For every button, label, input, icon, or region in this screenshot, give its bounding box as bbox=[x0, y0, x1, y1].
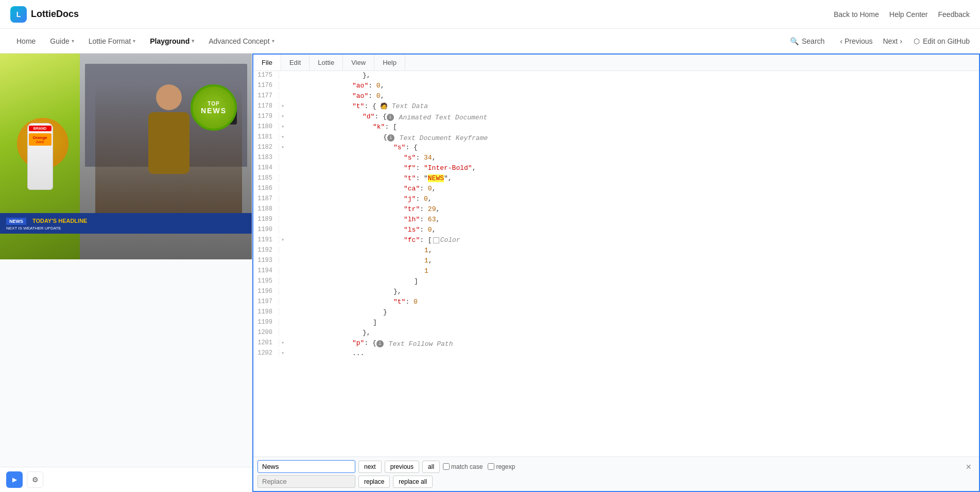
match-case-checkbox[interactable] bbox=[443, 463, 450, 470]
code-line: 1194 1 bbox=[253, 267, 979, 277]
feedback-link[interactable]: Feedback bbox=[938, 10, 970, 19]
search-replace-bar: next previous all match case regexp ✕ bbox=[253, 456, 979, 491]
main-content: BRAND Orange Juice bbox=[0, 54, 980, 492]
top-bar: L LottieDocs Back to Home Help Center Fe… bbox=[0, 0, 980, 29]
code-line: 1189 "lh": 63, bbox=[253, 215, 979, 225]
reporter-head bbox=[156, 84, 182, 110]
code-line: 1195 ] bbox=[253, 277, 979, 287]
brand-label: BRAND bbox=[29, 126, 51, 131]
code-line: 1184 "f": "Inter-Bold", bbox=[253, 164, 979, 174]
back-to-home-link[interactable]: Back to Home bbox=[834, 10, 879, 19]
nav-bar: Home Guide ▾ Lottie Format ▾ Playground … bbox=[0, 29, 980, 54]
logo[interactable]: L LottieDocs bbox=[10, 6, 79, 23]
code-line: 1193 1, bbox=[253, 256, 979, 267]
tab-edit[interactable]: Edit bbox=[281, 55, 310, 71]
nav-lottie-format[interactable]: Lottie Format ▾ bbox=[82, 34, 142, 48]
news-subtext: NEXT IS WEATHER UPDATE bbox=[6, 226, 246, 231]
code-line: 1188 "tr": 29, bbox=[253, 205, 979, 215]
code-line: 1175 }, bbox=[253, 71, 979, 81]
editor-tabs: File Edit Lottie View Help bbox=[253, 55, 979, 71]
regexp-checkbox[interactable] bbox=[488, 463, 494, 470]
match-case-label[interactable]: match case bbox=[443, 463, 483, 470]
preview-controls: ▶ ⚙ bbox=[0, 467, 252, 492]
next-button[interactable]: Next › bbox=[878, 35, 907, 47]
search-icon: 🔍 bbox=[790, 37, 799, 45]
guide-chevron: ▾ bbox=[72, 38, 74, 44]
nav-guide[interactable]: Guide ▾ bbox=[44, 34, 80, 48]
prev-next-nav: ‹ Previous Next › bbox=[835, 35, 907, 47]
code-line: 1181 ▾ {i Text Document Keyframe bbox=[253, 133, 979, 143]
top-bar-right: Back to Home Help Center Feedback bbox=[834, 10, 970, 19]
settings-button[interactable]: ⚙ bbox=[27, 471, 43, 488]
code-line: 1192 1, bbox=[253, 246, 979, 256]
replace-row: replace replace all bbox=[257, 475, 975, 488]
replace-input[interactable] bbox=[257, 475, 355, 488]
tab-help[interactable]: Help bbox=[374, 55, 405, 71]
code-line: 1185 "t": "NEWS", bbox=[253, 174, 979, 184]
news-scene: BRAND Orange Juice bbox=[0, 54, 252, 259]
all-matches-button[interactable]: all bbox=[422, 461, 440, 473]
replace-all-button[interactable]: replace all bbox=[393, 476, 433, 488]
code-line: 1200 }, bbox=[253, 328, 979, 339]
github-button[interactable]: ⬡ Edit on GitHub bbox=[914, 37, 970, 45]
news-headline: TODAY'S HEADLINE bbox=[32, 218, 88, 224]
code-line: 1198 } bbox=[253, 308, 979, 318]
code-line: 1191 ▾ "fc": [Color bbox=[253, 236, 979, 246]
code-line: 1196 }, bbox=[253, 287, 979, 297]
search-button[interactable]: 🔍 Search bbox=[786, 35, 829, 47]
oj-label: Orange Juice bbox=[29, 133, 51, 146]
regexp-label[interactable]: regexp bbox=[488, 463, 515, 470]
code-line: 1190 "ls": 0, bbox=[253, 225, 979, 236]
nav-advanced-concept[interactable]: Advanced Concept ▾ bbox=[202, 34, 280, 48]
code-line: 1202 ▾ ... bbox=[253, 349, 979, 359]
tab-file[interactable]: File bbox=[253, 55, 281, 71]
next-chevron-icon: › bbox=[900, 37, 902, 45]
nav-home[interactable]: Home bbox=[10, 34, 42, 48]
top-news-badge: TOP NEWS bbox=[191, 84, 237, 131]
color-swatch bbox=[433, 237, 439, 243]
next-match-button[interactable]: next bbox=[358, 461, 382, 473]
news-ticker: NEWS TODAY'S HEADLINE NEXT IS WEATHER UP… bbox=[0, 213, 252, 234]
lottie-format-chevron: ▾ bbox=[133, 38, 135, 44]
code-line: 1201 ▾ "p": {i Text Follow Path bbox=[253, 339, 979, 349]
code-lines: 1175 }, 1176 "ao": 0, 1177 "ao": 0, bbox=[253, 71, 979, 359]
code-line: 1183 "s": 34, bbox=[253, 153, 979, 164]
oj-content: BRAND Orange Juice bbox=[27, 123, 53, 190]
code-line: 1197 "t": 0 bbox=[253, 297, 979, 308]
top-bar-left: L LottieDocs bbox=[10, 6, 79, 23]
code-line: 1180 ▾ "k": [ bbox=[253, 122, 979, 133]
nav-right: 🔍 Search ‹ Previous Next › ⬡ Edit on Git… bbox=[786, 35, 970, 47]
play-button[interactable]: ▶ bbox=[6, 471, 23, 488]
code-line: 1177 "ao": 0, bbox=[253, 92, 979, 102]
animation-preview: BRAND Orange Juice bbox=[0, 54, 252, 467]
previous-match-button[interactable]: previous bbox=[385, 461, 419, 473]
close-search-button[interactable]: ✕ bbox=[962, 462, 975, 472]
github-icon: ⬡ bbox=[914, 37, 920, 45]
code-line: 1187 "j": 0, bbox=[253, 195, 979, 205]
code-line: 1178 ▾ "t": { 🧑 Text Data bbox=[253, 102, 979, 112]
replace-button[interactable]: replace bbox=[358, 476, 390, 488]
code-editor[interactable]: 1175 }, 1176 "ao": 0, 1177 "ao": 0, bbox=[253, 71, 979, 456]
code-line: 1182 ▾ "s": { bbox=[253, 143, 979, 153]
nav-playground[interactable]: Playground ▾ bbox=[144, 34, 200, 48]
find-input[interactable] bbox=[257, 460, 355, 473]
previous-button[interactable]: ‹ Previous bbox=[835, 35, 878, 47]
oj-bottle: BRAND Orange Juice bbox=[27, 123, 53, 190]
news-label-badge: NEWS bbox=[6, 218, 26, 225]
tab-lottie[interactable]: Lottie bbox=[310, 55, 343, 71]
tab-view[interactable]: View bbox=[343, 55, 374, 71]
search-row: next previous all match case regexp ✕ bbox=[257, 460, 975, 473]
prev-chevron-icon: ‹ bbox=[840, 37, 843, 45]
advanced-concept-chevron: ▾ bbox=[272, 38, 274, 44]
nav-left: Home Guide ▾ Lottie Format ▾ Playground … bbox=[10, 34, 281, 48]
code-line: 1179 ▾ "d": {i Animated Text Document bbox=[253, 112, 979, 122]
left-panel: BRAND Orange Juice bbox=[0, 54, 252, 492]
code-line: 1186 "ca": 0, bbox=[253, 184, 979, 195]
search-options: match case regexp bbox=[443, 463, 515, 470]
logo-icon: L bbox=[10, 6, 27, 23]
code-editor-panel: File Edit Lottie View Help 1175 }, 1176 … bbox=[252, 54, 980, 492]
code-line: 1199 ] bbox=[253, 318, 979, 328]
playground-chevron: ▾ bbox=[192, 38, 194, 44]
code-line: 1176 "ao": 0, bbox=[253, 81, 979, 92]
help-center-link[interactable]: Help Center bbox=[889, 10, 928, 19]
